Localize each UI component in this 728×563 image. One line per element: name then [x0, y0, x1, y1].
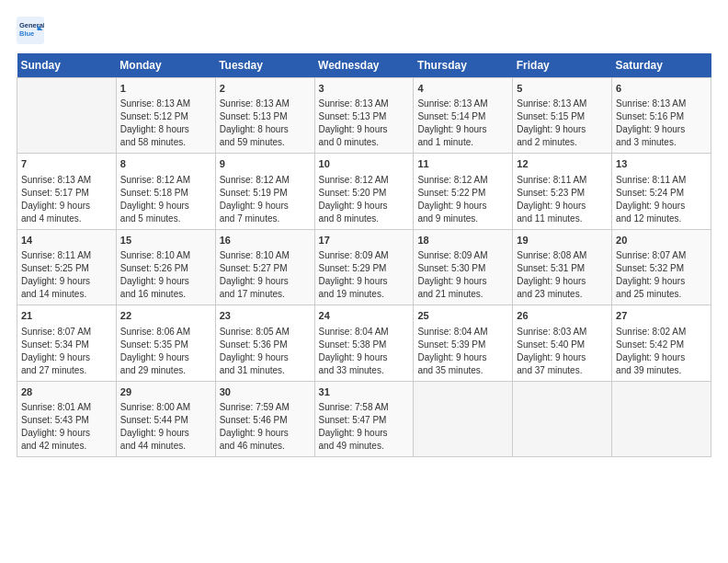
calendar-cell: [17, 78, 117, 154]
calendar-cell: 4Sunrise: 8:13 AMSunset: 5:14 PMDaylight…: [414, 78, 513, 154]
calendar-cell: 27Sunrise: 8:02 AMSunset: 5:42 PMDayligh…: [612, 305, 711, 381]
day-number: 11: [417, 157, 508, 171]
header-row: SundayMondayTuesdayWednesdayThursdayFrid…: [17, 53, 711, 78]
calendar-cell: 22Sunrise: 8:06 AMSunset: 5:35 PMDayligh…: [116, 305, 215, 381]
svg-text:Blue: Blue: [19, 29, 34, 38]
day-number: 6: [616, 82, 707, 96]
day-number: 27: [616, 309, 707, 323]
col-header-tuesday: Tuesday: [215, 53, 314, 78]
calendar-cell: 19Sunrise: 8:08 AMSunset: 5:31 PMDayligh…: [513, 229, 612, 304]
day-number: 31: [319, 385, 410, 399]
header: General Blue: [17, 17, 711, 44]
calendar-cell: 2Sunrise: 8:13 AMSunset: 5:13 PMDaylight…: [215, 78, 314, 154]
day-number: 3: [319, 82, 410, 96]
calendar-cell: 3Sunrise: 8:13 AMSunset: 5:13 PMDaylight…: [314, 78, 414, 154]
day-number: 26: [517, 309, 608, 323]
logo-icon: General Blue: [17, 17, 44, 44]
day-number: 23: [220, 309, 311, 323]
calendar-cell: 21Sunrise: 8:07 AMSunset: 5:34 PMDayligh…: [17, 305, 117, 381]
logo: General Blue: [17, 17, 48, 44]
day-number: 12: [517, 157, 608, 171]
week-row-4: 21Sunrise: 8:07 AMSunset: 5:34 PMDayligh…: [17, 305, 711, 381]
day-number: 16: [220, 234, 311, 247]
col-header-saturday: Saturday: [612, 53, 711, 78]
calendar-cell: 5Sunrise: 8:13 AMSunset: 5:15 PMDaylight…: [513, 78, 612, 154]
calendar-cell: 25Sunrise: 8:04 AMSunset: 5:39 PMDayligh…: [414, 305, 513, 381]
col-header-thursday: Thursday: [414, 53, 513, 78]
calendar-cell: 14Sunrise: 8:11 AMSunset: 5:25 PMDayligh…: [17, 229, 117, 304]
week-row-2: 7Sunrise: 8:13 AMSunset: 5:17 PMDaylight…: [17, 154, 711, 229]
calendar-cell: 10Sunrise: 8:12 AMSunset: 5:20 PMDayligh…: [314, 154, 414, 229]
calendar-cell: 9Sunrise: 8:12 AMSunset: 5:19 PMDaylight…: [215, 154, 314, 229]
day-number: 4: [417, 82, 508, 96]
calendar-cell: 16Sunrise: 8:10 AMSunset: 5:27 PMDayligh…: [215, 229, 314, 304]
week-row-1: 1Sunrise: 8:13 AMSunset: 5:12 PMDaylight…: [17, 78, 711, 154]
day-number: 5: [517, 82, 608, 96]
day-number: 25: [417, 309, 508, 323]
day-number: 7: [21, 157, 112, 171]
day-number: 24: [319, 309, 410, 323]
calendar-cell: 28Sunrise: 8:01 AMSunset: 5:43 PMDayligh…: [17, 381, 117, 456]
day-number: 1: [120, 82, 211, 96]
col-header-sunday: Sunday: [17, 53, 117, 78]
calendar-cell: [414, 381, 513, 456]
calendar-cell: 18Sunrise: 8:09 AMSunset: 5:30 PMDayligh…: [414, 229, 513, 304]
day-number: 15: [120, 234, 211, 247]
day-number: 8: [120, 157, 211, 171]
day-number: 21: [21, 309, 112, 323]
day-number: 19: [517, 234, 608, 247]
calendar-cell: 29Sunrise: 8:00 AMSunset: 5:44 PMDayligh…: [116, 381, 215, 456]
calendar-cell: 6Sunrise: 8:13 AMSunset: 5:16 PMDaylight…: [612, 78, 711, 154]
calendar-cell: 8Sunrise: 8:12 AMSunset: 5:18 PMDaylight…: [116, 154, 215, 229]
calendar-cell: 7Sunrise: 8:13 AMSunset: 5:17 PMDaylight…: [17, 154, 117, 229]
calendar-cell: 12Sunrise: 8:11 AMSunset: 5:23 PMDayligh…: [513, 154, 612, 229]
col-header-wednesday: Wednesday: [314, 53, 414, 78]
day-number: 13: [616, 157, 707, 171]
week-row-3: 14Sunrise: 8:11 AMSunset: 5:25 PMDayligh…: [17, 229, 711, 304]
calendar-cell: 13Sunrise: 8:11 AMSunset: 5:24 PMDayligh…: [612, 154, 711, 229]
page-container: General Blue SundayMondayTuesdayWednesda…: [0, 0, 728, 466]
col-header-friday: Friday: [513, 53, 612, 78]
calendar-cell: 17Sunrise: 8:09 AMSunset: 5:29 PMDayligh…: [314, 229, 414, 304]
day-number: 2: [220, 82, 311, 96]
day-number: 29: [120, 385, 211, 399]
day-number: 18: [417, 234, 508, 247]
day-number: 22: [120, 309, 211, 323]
calendar-cell: 24Sunrise: 8:04 AMSunset: 5:38 PMDayligh…: [314, 305, 414, 381]
calendar-cell: 15Sunrise: 8:10 AMSunset: 5:26 PMDayligh…: [116, 229, 215, 304]
week-row-5: 28Sunrise: 8:01 AMSunset: 5:43 PMDayligh…: [17, 381, 711, 456]
day-number: 28: [21, 385, 112, 399]
day-number: 10: [319, 157, 410, 171]
col-header-monday: Monday: [116, 53, 215, 78]
calendar-cell: 11Sunrise: 8:12 AMSunset: 5:22 PMDayligh…: [414, 154, 513, 229]
day-number: 30: [220, 385, 311, 399]
calendar-cell: [513, 381, 612, 456]
calendar-cell: 30Sunrise: 7:59 AMSunset: 5:46 PMDayligh…: [215, 381, 314, 456]
day-number: 17: [319, 234, 410, 247]
calendar-cell: 20Sunrise: 8:07 AMSunset: 5:32 PMDayligh…: [612, 229, 711, 304]
calendar-table: SundayMondayTuesdayWednesdayThursdayFrid…: [17, 53, 711, 457]
calendar-cell: 1Sunrise: 8:13 AMSunset: 5:12 PMDaylight…: [116, 78, 215, 154]
calendar-cell: 23Sunrise: 8:05 AMSunset: 5:36 PMDayligh…: [215, 305, 314, 381]
day-number: 20: [616, 234, 707, 247]
calendar-cell: 26Sunrise: 8:03 AMSunset: 5:40 PMDayligh…: [513, 305, 612, 381]
calendar-cell: [612, 381, 711, 456]
day-number: 14: [21, 234, 112, 247]
calendar-cell: 31Sunrise: 7:58 AMSunset: 5:47 PMDayligh…: [314, 381, 414, 456]
day-number: 9: [220, 157, 311, 171]
